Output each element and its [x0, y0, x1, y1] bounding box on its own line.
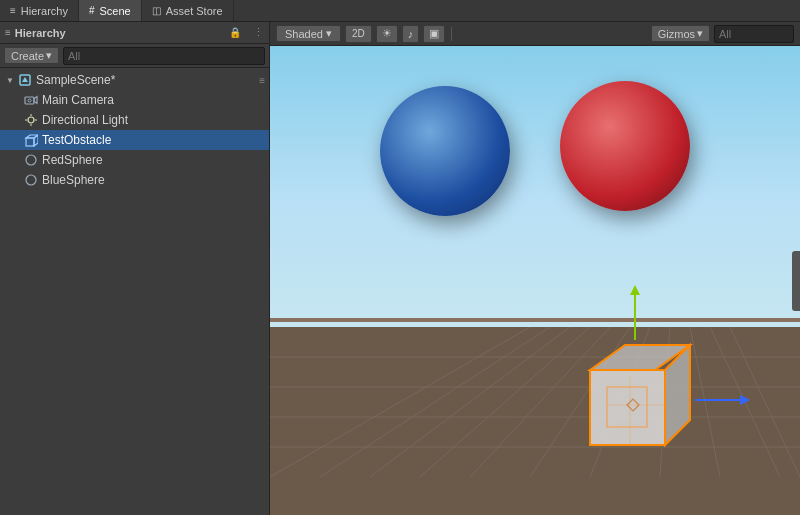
hierarchy-search-input[interactable] [63, 47, 265, 65]
shaded-label: Shaded [285, 28, 323, 40]
hierarchy-header: ≡ Hierarchy 🔒 ⋮ [0, 22, 269, 44]
scene-toolbar: Shaded ▾ 2D ☀ ♪ ▣ Gizmos ▾ [270, 22, 800, 46]
hierarchy-tab-label: Hierarchy [21, 5, 68, 17]
blue-sphere-object [380, 86, 510, 216]
scene-icon [18, 73, 32, 87]
shaded-button[interactable]: Shaded ▾ [276, 25, 341, 42]
ground-background [270, 327, 800, 515]
scene-canvas[interactable] [270, 46, 800, 515]
svg-point-14 [26, 175, 36, 185]
grid-svg [270, 327, 800, 515]
sphere-blue-icon [24, 173, 38, 187]
scene-view: Shaded ▾ 2D ☀ ♪ ▣ Gizmos ▾ [270, 22, 800, 515]
asset-store-tab-label: Asset Store [166, 5, 223, 17]
tab-hierarchy[interactable]: ≡ Hierarchy [0, 0, 79, 21]
camera-icon [24, 93, 38, 107]
directional-light-label: Directional Light [42, 113, 128, 127]
gizmos-dropdown-icon: ▾ [697, 27, 703, 40]
hierarchy-content: ▼ SampleScene* ≡ [0, 68, 269, 515]
svg-marker-3 [34, 97, 37, 104]
hierarchy-tab-icon: ≡ [10, 5, 16, 16]
2d-label: 2D [352, 28, 365, 39]
tab-asset-store[interactable]: ◫ Asset Store [142, 0, 234, 21]
light-icon [24, 113, 38, 127]
hierarchy-panel: ≡ Hierarchy 🔒 ⋮ Create ▾ ▼ [0, 22, 270, 515]
svg-marker-1 [22, 77, 28, 82]
red-sphere-object [560, 81, 690, 211]
scene-search-input[interactable] [714, 25, 794, 43]
svg-point-5 [28, 117, 34, 123]
cube-icon [24, 133, 38, 147]
main-camera-label: Main Camera [42, 93, 114, 107]
blue-sphere-label: BlueSphere [42, 173, 105, 187]
collapse-arrow-icon: ▼ [4, 74, 16, 86]
speaker-button[interactable]: ♪ [402, 25, 420, 43]
svg-rect-2 [25, 97, 34, 104]
scene-root-label: SampleScene* [36, 73, 115, 87]
create-button[interactable]: Create ▾ [4, 47, 59, 64]
tab-scene[interactable]: # Scene [79, 0, 142, 21]
scene-tab-icon: # [89, 5, 95, 16]
gizmo-right-line [695, 399, 740, 401]
hierarchy-item-red-sphere[interactable]: RedSphere [0, 150, 269, 170]
screen-icon: ▣ [429, 27, 439, 40]
toolbar-separator [451, 27, 452, 41]
gizmos-button[interactable]: Gizmos ▾ [651, 25, 710, 42]
scene-tab-label: Scene [99, 5, 130, 17]
toolbar-right: Gizmos ▾ [651, 25, 794, 43]
gizmo-up-arrow [630, 285, 640, 340]
sun-icon: ☀ [382, 27, 392, 40]
svg-line-16 [320, 327, 550, 477]
scene-root-item[interactable]: ▼ SampleScene* ≡ [0, 70, 269, 90]
speaker-icon: ♪ [408, 28, 414, 40]
scene-right-indicator [792, 251, 800, 311]
test-obstacle-label: TestObstacle [42, 133, 111, 147]
2d-button[interactable]: 2D [345, 25, 372, 43]
menu-dots-icon: ⋮ [253, 26, 264, 39]
svg-marker-12 [34, 135, 38, 146]
hierarchy-item-blue-sphere[interactable]: BlueSphere [0, 170, 269, 190]
horizon-line [270, 318, 800, 322]
svg-line-18 [420, 327, 590, 477]
sun-button[interactable]: ☀ [376, 25, 398, 43]
create-dropdown-icon: ▾ [46, 49, 52, 62]
svg-rect-30 [590, 370, 665, 445]
svg-point-13 [26, 155, 36, 165]
tab-bar: ≡ Hierarchy # Scene ◫ Asset Store [0, 0, 800, 22]
gizmo-right-arrow [695, 395, 750, 405]
hierarchy-item-test-obstacle[interactable]: TestObstacle [0, 130, 269, 150]
test-obstacle-cube [575, 340, 695, 460]
hierarchy-item-directional-light[interactable]: Directional Light [0, 110, 269, 130]
svg-rect-10 [26, 138, 34, 146]
asset-store-tab-icon: ◫ [152, 5, 161, 16]
gizmo-up-line [634, 295, 636, 340]
svg-point-4 [28, 99, 31, 102]
scene-menu-icon: ≡ [259, 75, 265, 86]
gizmo-up-arrowhead [630, 285, 640, 295]
sky-background [270, 46, 800, 351]
hierarchy-toolbar: Create ▾ [0, 44, 269, 68]
lock-icon: 🔒 [229, 27, 241, 38]
create-label: Create [11, 50, 44, 62]
sphere-red-icon [24, 153, 38, 167]
gizmos-label: Gizmos [658, 28, 695, 40]
hierarchy-grid-icon: ≡ [5, 27, 11, 38]
screen-button[interactable]: ▣ [423, 25, 445, 43]
red-sphere-label: RedSphere [42, 153, 103, 167]
shaded-dropdown-icon: ▾ [326, 27, 332, 40]
main-layout: ≡ Hierarchy 🔒 ⋮ Create ▾ ▼ [0, 22, 800, 515]
gizmo-right-arrowhead [740, 395, 750, 405]
hierarchy-title: Hierarchy [15, 27, 66, 39]
cube-svg [575, 340, 695, 460]
hierarchy-item-main-camera[interactable]: Main Camera [0, 90, 269, 110]
